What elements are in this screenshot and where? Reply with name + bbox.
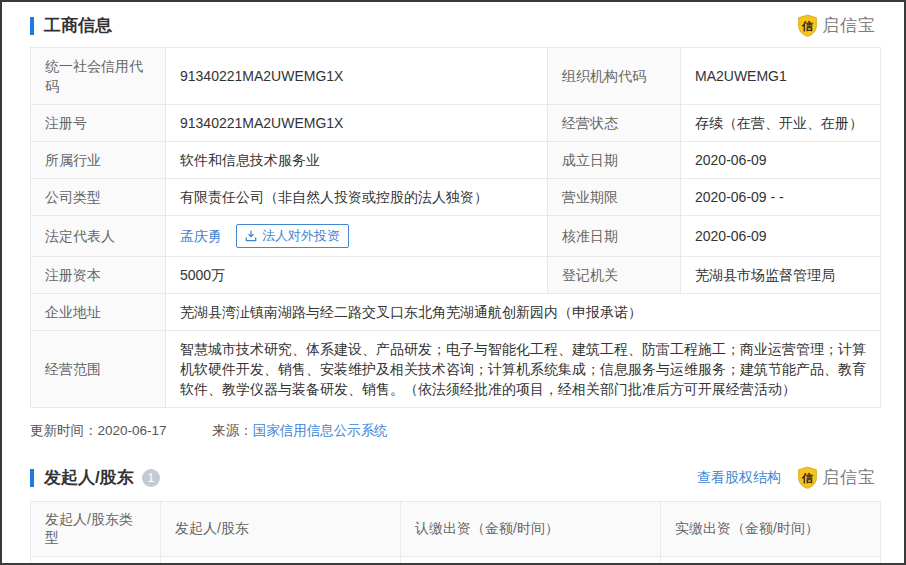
field-label: 成立日期 xyxy=(548,142,681,179)
table-row: 注册号 91340221MA2UWEMG1X 经营状态 存续（在营、开业、在册） xyxy=(31,105,881,142)
shareholders-count-badge: 1 xyxy=(142,469,160,487)
accent-bar xyxy=(30,469,34,487)
business-info-table: 统一社会信用代码 91340221MA2UWEMG1X 组织机构代码 MA2UW… xyxy=(30,47,881,408)
brand-logo: 信 启信宝 xyxy=(797,466,876,489)
shield-icon: 信 xyxy=(797,466,818,489)
field-label: 登记机关 xyxy=(548,257,681,294)
field-label: 注册资本 xyxy=(31,257,166,294)
source-label: 来源： xyxy=(212,423,253,438)
table-row: 企业地址 芜湖县湾沚镇南湖路与经二路交叉口东北角芜湖通航创新园内（申报承诺） xyxy=(31,294,881,331)
field-label: 注册号 xyxy=(31,105,166,142)
business-info-header: 工商信息 信 启信宝 xyxy=(30,14,876,37)
shield-icon: 信 xyxy=(797,14,818,37)
update-meta: 更新时间：2020-06-17 来源：国家信用信息公示系统 xyxy=(30,422,876,440)
business-scope-value: 智慧城市技术研究、体系建设、产品研发；电子与智能化工程、建筑工程、防雷工程施工；… xyxy=(166,331,881,408)
brand-name: 启信宝 xyxy=(822,466,876,489)
source-link[interactable]: 国家信用信息公示系统 xyxy=(253,423,388,438)
field-value: 软件和信息技术服务业 xyxy=(166,142,548,179)
field-value: 5000万 xyxy=(166,257,548,294)
field-label: 组织机构代码 xyxy=(548,48,681,105)
field-value: 2020-06-09 xyxy=(681,216,881,257)
accent-bar xyxy=(30,17,34,35)
brand-name: 启信宝 xyxy=(822,14,876,37)
update-time-value: 2020-06-17 xyxy=(98,423,167,438)
company-address-value: 芜湖县湾沚镇南湖路与经二路交叉口东北角芜湖通航创新园内（申报承诺） xyxy=(166,294,881,331)
column-header: 认缴出资（金额/时间） xyxy=(401,502,661,557)
shareholder-type: 企业法人 xyxy=(31,557,161,565)
shareholders-header: 发起人/股东 1 查看股权结构 信 启信宝 xyxy=(30,466,876,489)
table-row: 统一社会信用代码 91340221MA2UWEMG1X 组织机构代码 MA2UW… xyxy=(31,48,881,105)
field-value: 91340221MA2UWEMG1X xyxy=(166,48,548,105)
legal-representative-link[interactable]: 孟庆勇 xyxy=(180,226,222,246)
field-value: 有限责任公司（非自然人投资或控股的法人独资） xyxy=(166,179,548,216)
view-equity-structure-link[interactable]: 查看股权结构 xyxy=(697,469,781,487)
download-box-icon xyxy=(245,230,257,242)
column-header: 发起人/股东 xyxy=(161,502,401,557)
svg-text:信: 信 xyxy=(801,20,814,32)
field-value: 存续（在营、开业、在册） xyxy=(681,105,881,142)
field-value: MA2UWEMG1 xyxy=(681,48,881,105)
business-info-page: 工商信息 信 启信宝 统一社会信用代码 91340221MA2UWEMG1X 组… xyxy=(2,2,904,565)
field-label: 公司类型 xyxy=(31,179,166,216)
update-time-label: 更新时间： xyxy=(30,423,98,438)
table-row: 所属行业 软件和信息技术服务业 成立日期 2020-06-09 xyxy=(31,142,881,179)
column-header: 发起人/股东类型 xyxy=(31,502,161,557)
section-title-business-info: 工商信息 xyxy=(44,14,112,37)
field-label: 企业地址 xyxy=(31,294,166,331)
table-header-row: 发起人/股东类型 发起人/股东 认缴出资（金额/时间） 实缴出资（金额/时间） xyxy=(31,502,881,557)
table-row: 公司类型 有限责任公司（非自然人投资或控股的法人独资） 营业期限 2020-06… xyxy=(31,179,881,216)
shareholders-table: 发起人/股东类型 发起人/股东 认缴出资（金额/时间） 实缴出资（金额/时间） … xyxy=(30,501,881,565)
field-value: 2020-06-09 - - xyxy=(681,179,881,216)
field-label: 经营范围 xyxy=(31,331,166,408)
field-label: 法定代表人 xyxy=(31,216,166,257)
section-title-shareholders: 发起人/股东 xyxy=(44,466,134,489)
field-value: 2020-06-09 xyxy=(681,142,881,179)
field-label: 统一社会信用代码 xyxy=(31,48,166,105)
table-row: 经营范围 智慧城市技术研究、体系建设、产品研发；电子与智能化工程、建筑工程、防雷… xyxy=(31,331,881,408)
brand-logo: 信 启信宝 xyxy=(797,14,876,37)
field-value: 91340221MA2UWEMG1X xyxy=(166,105,548,142)
table-row: 企业法人 科大讯飞股份有限公司 5000万 - xyxy=(31,557,881,565)
invest-button-label: 法人对外投资 xyxy=(262,227,340,245)
column-header: 实缴出资（金额/时间） xyxy=(661,502,881,557)
field-label: 营业期限 xyxy=(548,179,681,216)
svg-text:信: 信 xyxy=(801,472,814,484)
field-label: 经营状态 xyxy=(548,105,681,142)
field-label: 核准日期 xyxy=(548,216,681,257)
field-label: 所属行业 xyxy=(31,142,166,179)
legal-rep-investment-button[interactable]: 法人对外投资 xyxy=(236,224,349,248)
table-row: 法定代表人 孟庆勇 法人对外投资 核准日期 2020-06-09 xyxy=(31,216,881,257)
table-row: 注册资本 5000万 登记机关 芜湖县市场监督管理局 xyxy=(31,257,881,294)
field-value: 芜湖县市场监督管理局 xyxy=(681,257,881,294)
